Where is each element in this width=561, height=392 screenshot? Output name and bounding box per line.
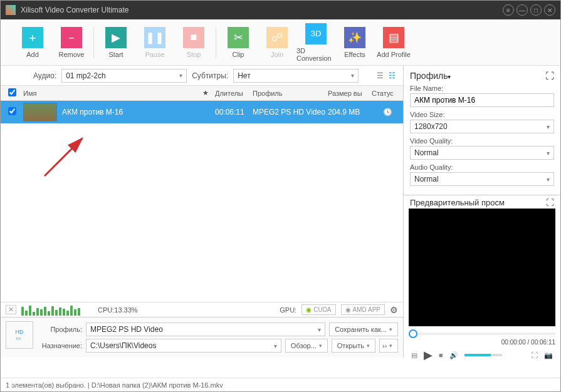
close-button[interactable]: ✕ [544, 4, 555, 16]
expand-icon[interactable]: ⛶ [546, 198, 554, 207]
stack-icon[interactable]: ▤ [411, 351, 417, 359]
gear-icon[interactable]: ⚙ [390, 305, 398, 315]
amd-button[interactable]: ◉AMD APP [341, 304, 385, 315]
close-graph-icon[interactable]: ✕ [6, 305, 16, 314]
play-icon[interactable]: ▶ [424, 348, 433, 362]
profile-label: Профиль: [38, 326, 82, 333]
cpu-graph [21, 304, 80, 316]
maximize-button[interactable]: □ [530, 4, 542, 16]
add-button[interactable]: ＋Add [13, 22, 52, 63]
dest-select[interactable]: C:\Users\ПК\Videos [86, 339, 281, 353]
annotation-arrow [38, 132, 101, 182]
subtitle-select[interactable]: Нет [233, 69, 359, 83]
seek-slider[interactable] [409, 333, 555, 335]
preview-time: 00:00:00 / 00:06:11 [409, 339, 555, 346]
app-logo-icon [6, 5, 16, 15]
item-size: 204.9 MB [328, 108, 372, 116]
col-duration[interactable]: Длителы [215, 90, 253, 97]
remove-button[interactable]: －Remove [52, 22, 91, 63]
profile-header: Профиль▾⛶ [410, 71, 554, 81]
item-checkbox[interactable] [8, 107, 16, 115]
pause-button[interactable]: ❚❚Pause [135, 22, 174, 63]
status-text: 1 элемента(ов) выбрано. | D:\Новая папка… [6, 381, 223, 389]
start-button[interactable]: ▶Start [97, 22, 135, 63]
filename-label: File Name: [410, 85, 554, 92]
videosize-select[interactable]: 1280x720 [410, 120, 554, 133]
col-star[interactable]: ★ [196, 89, 215, 97]
title-bar: Xilisoft Video Converter Ultimate ≡ — □ … [1, 1, 560, 19]
cuda-button[interactable]: ◉CUDA [301, 304, 335, 315]
3d-conversion-button[interactable]: 3D3D Conversion [296, 22, 335, 63]
list-item[interactable]: АКМ против М-16 00:06:11 MPEG2 PS HD Vid… [1, 101, 403, 123]
stop-icon[interactable]: ■ [439, 351, 443, 359]
videoq-label: Video Quality: [410, 137, 554, 145]
open-button[interactable]: Открыть [332, 339, 375, 353]
main-toolbar: ＋Add －Remove ▶Start ❚❚Pause ■Stop ✂Clip … [1, 19, 560, 66]
col-size[interactable]: Размер вы [328, 90, 372, 97]
stop-button[interactable]: ■Stop [174, 22, 213, 63]
volume-icon[interactable]: 🔊 [449, 351, 458, 359]
join-button[interactable]: ☍Join [258, 22, 296, 63]
preview-header: Предварительный просм⛶ [410, 198, 554, 207]
add-profile-button[interactable]: ▤Add Profile [374, 22, 413, 63]
snapshot-icon[interactable]: 📷 [544, 351, 553, 359]
item-name: АКМ против М-16 [62, 108, 196, 116]
column-header: Имя ★ Длителы Профиль Размер вы Статус [1, 86, 403, 101]
col-name[interactable]: Имя [23, 90, 196, 97]
browse-button[interactable]: Обзор... [285, 339, 328, 353]
expand-icon[interactable]: ⛶ [545, 71, 554, 81]
item-profile: MPEG2 PS HD Video [253, 108, 328, 116]
view-detail-icon[interactable]: ☷ [389, 71, 396, 80]
col-profile[interactable]: Профиль [253, 90, 328, 97]
cpu-bar: ✕ CPU:13.33% GPU: ◉CUDA ◉AMD APP ⚙ [1, 302, 403, 317]
videosize-label: Video Size: [410, 111, 554, 118]
audioq-select[interactable]: Normal [410, 172, 554, 186]
output-panel: HD▭ Профиль: MPEG2 PS HD Video Сохранить… [1, 317, 403, 358]
format-icon: HD▭ [6, 321, 33, 349]
subtitle-label: Субтитры: [192, 71, 228, 80]
view-list-icon[interactable]: ☰ [377, 71, 384, 80]
right-panel: Профиль▾⛶ File Name: Video Size: 1280x72… [404, 66, 560, 358]
svg-line-0 [45, 138, 82, 176]
fullscreen-icon[interactable]: ⛶ [531, 351, 538, 359]
item-duration: 00:06:11 [215, 108, 253, 116]
settings-icon[interactable]: ≡ [503, 4, 514, 16]
save-as-button[interactable]: Сохранить как... [329, 322, 398, 336]
dest-label: Назначение: [38, 342, 82, 349]
more-button[interactable]: ›› [379, 339, 398, 353]
preview-panel: Предварительный просм⛶ 00:00:00 / 00:06:… [404, 195, 560, 358]
status-bar: 1 элемента(ов) выбрано. | D:\Новая папка… [1, 378, 560, 391]
item-thumbnail [23, 103, 57, 121]
select-all-checkbox[interactable] [8, 88, 16, 96]
clock-icon: 🕓 [372, 108, 403, 116]
app-title: Xilisoft Video Converter Ultimate [21, 6, 129, 14]
file-list: АКМ против М-16 00:06:11 MPEG2 PS HD Vid… [1, 101, 403, 302]
clip-button[interactable]: ✂Clip [219, 22, 258, 63]
cpu-label: CPU:13.33% [98, 306, 138, 314]
audioq-label: Audio Quality: [410, 163, 554, 171]
audio-label: Аудио: [33, 71, 56, 80]
col-status[interactable]: Статус [372, 90, 403, 97]
videoq-select[interactable]: Normal [410, 146, 554, 160]
effects-button[interactable]: ✨Effects [335, 22, 374, 63]
profile-select[interactable]: MPEG2 PS HD Video [86, 322, 325, 336]
audio-select[interactable]: 01 mp2-2ch [61, 69, 187, 83]
filename-input[interactable] [410, 93, 554, 107]
gpu-label: GPU: [280, 306, 296, 314]
volume-slider[interactable] [464, 354, 502, 356]
minimize-button[interactable]: — [516, 4, 528, 16]
preview-video[interactable] [409, 209, 555, 326]
sub-toolbar: Аудио: 01 mp2-2ch Субтитры: Нет ☰ ☷ [1, 66, 403, 86]
